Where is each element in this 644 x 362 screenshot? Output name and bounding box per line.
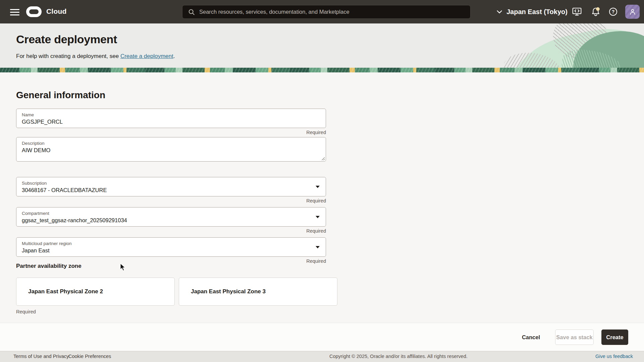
hamburger-menu-icon[interactable] — [10, 7, 20, 16]
compartment-value: ggsaz_test_ggsaz-ranchor_202509291034 — [22, 217, 320, 224]
top-navigation-bar: Cloud Search resources, services, docume… — [0, 0, 644, 23]
cancel-button[interactable]: Cancel — [519, 329, 543, 345]
create-button[interactable]: Create — [601, 329, 628, 345]
subscription-label: Subscription — [22, 180, 320, 186]
dropdown-caret-icon[interactable] — [316, 216, 320, 218]
help-text: For help with creating a deployment, see… — [16, 53, 175, 60]
compartment-select[interactable]: Compartment ggsaz_test_ggsaz-ranchor_202… — [16, 207, 326, 227]
chevron-down-icon — [496, 8, 503, 15]
partner-zone-card-2[interactable]: Japan East Physical Zone 2 — [16, 278, 175, 306]
notification-badge — [596, 7, 600, 11]
person-icon — [629, 8, 637, 16]
section-title-general-information: General information — [16, 90, 105, 101]
cloud-shell-monitor-icon[interactable] — [570, 0, 584, 23]
partner-zone-card-3[interactable]: Japan East Physical Zone 3 — [179, 278, 337, 306]
partner-region-value: Japan East — [22, 247, 320, 254]
dropdown-caret-icon[interactable] — [316, 246, 320, 248]
description-field[interactable]: Description AIW DEMO — [16, 137, 326, 162]
subscription-value: 30468167 - ORACLEDBATAZURE — [22, 186, 320, 194]
name-label: Name — [22, 112, 320, 118]
search-placeholder: Search resources, services, documentatio… — [199, 9, 350, 15]
required-hint-name: Required — [16, 130, 326, 135]
description-value[interactable]: AIW DEMO — [22, 146, 320, 154]
partner-region-label: Multicloud partner region — [22, 241, 320, 246]
user-avatar[interactable] — [625, 5, 640, 19]
terms-link[interactable]: Terms of Use and Privacy — [13, 354, 69, 359]
search-icon — [188, 8, 195, 16]
svg-text:?: ? — [612, 9, 615, 14]
page-footer: Terms of Use and Privacy Cookie Preferen… — [0, 351, 644, 362]
form-action-bar: Cancel Save as stack Create — [0, 323, 644, 351]
required-hint-subscription: Required — [16, 198, 326, 203]
brand-label: Cloud — [46, 7, 66, 15]
global-search-input[interactable]: Search resources, services, documentatio… — [182, 5, 471, 19]
multicloud-partner-region-select[interactable]: Multicloud partner region Japan East — [16, 237, 326, 257]
compartment-label: Compartment — [22, 210, 320, 216]
partner-availability-zone-title: Partner availability zone — [16, 263, 82, 269]
oracle-logo-icon[interactable] — [26, 6, 42, 17]
decorative-green-band — [0, 68, 644, 72]
page-title: Create deployment — [16, 33, 117, 46]
dropdown-caret-icon[interactable] — [316, 186, 320, 188]
required-hint-compartment: Required — [16, 228, 326, 234]
notifications-bell-icon[interactable] — [588, 0, 603, 23]
create-deployment-help-link[interactable]: Create a deployment — [120, 53, 173, 59]
required-hint-partner-zone: Required — [16, 309, 36, 314]
copyright-text: Copyright © 2025, Oracle and/or its affi… — [329, 354, 468, 359]
region-selector[interactable]: Japan East (Tokyo) — [496, 0, 568, 23]
mouse-cursor — [120, 263, 127, 272]
description-label: Description — [22, 140, 320, 146]
save-as-stack-button[interactable]: Save as stack — [555, 329, 594, 345]
region-label: Japan East (Tokyo) — [506, 8, 568, 16]
cookie-preferences-link[interactable]: Cookie Preferences — [68, 354, 111, 359]
help-question-icon[interactable]: ? — [606, 0, 621, 23]
page-header: Create deployment For help with creating… — [0, 23, 644, 68]
feedback-link[interactable]: Give us feedback — [595, 354, 633, 359]
textarea-resize-handle[interactable] — [321, 157, 325, 160]
decorative-leaf-art — [500, 23, 644, 68]
subscription-select[interactable]: Subscription 30468167 - ORACLEDBATAZURE — [16, 177, 326, 196]
name-value[interactable]: GGSJPE_ORCL — [22, 118, 320, 126]
name-field[interactable]: Name GGSJPE_ORCL — [16, 109, 326, 128]
